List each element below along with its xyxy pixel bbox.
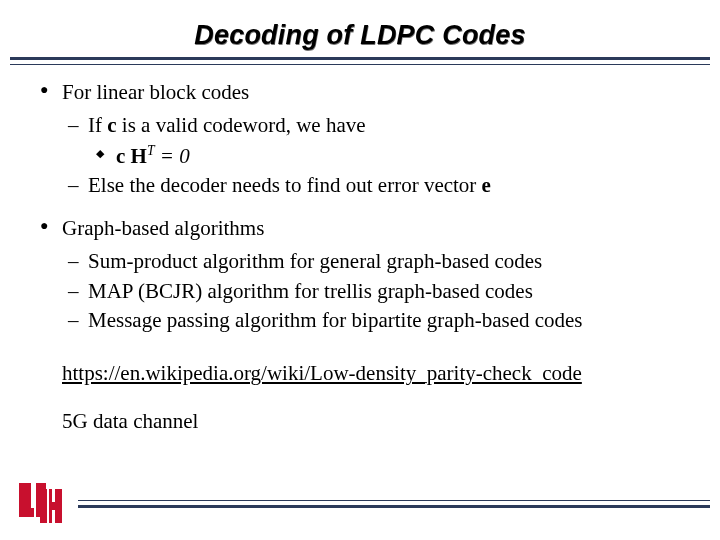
spacer [40, 201, 690, 215]
eq-c: c [116, 144, 131, 168]
eq-h: H [131, 144, 147, 168]
wikipedia-link[interactable]: https://en.wikipedia.org/wiki/Low-densit… [40, 360, 690, 387]
eq-equals: = [155, 144, 180, 168]
eq-superscript-t: T [147, 143, 155, 158]
bullet-message-passing: Message passing algorithm for bipartite … [40, 307, 690, 334]
eq-zero: 0 [179, 144, 190, 168]
symbol-c: c [107, 113, 116, 137]
bullet-map-bcjr: MAP (BCJR) algorithm for trellis graph-b… [40, 278, 690, 305]
svg-rect-6 [40, 502, 62, 510]
svg-rect-7 [34, 483, 36, 523]
bullet-linear-block-codes: For linear block codes [40, 79, 690, 106]
slide-title: Decoding of LDPC Codes [0, 0, 720, 51]
text-if: If [88, 113, 107, 137]
bullet-graph-algorithms: Graph-based algorithms [40, 215, 690, 242]
bullet-else-decoder: Else the decoder needs to find out error… [40, 172, 690, 199]
bullet-if-valid-codeword: If c is a valid codeword, we have [40, 112, 690, 139]
svg-rect-8 [47, 483, 49, 523]
bullet-equation: c HT = 0 [40, 142, 690, 170]
text-5g-data-channel: 5G data channel [40, 408, 690, 435]
symbol-e: e [482, 173, 491, 197]
title-underline [10, 57, 710, 65]
footer-underline [78, 500, 710, 508]
text-else-decoder: Else the decoder needs to find out error… [88, 173, 482, 197]
uh-logo [16, 480, 64, 526]
bullet-sum-product: Sum-product algorithm for general graph-… [40, 248, 690, 275]
text-is-valid: is a valid codeword, we have [117, 113, 366, 137]
slide-body: For linear block codes If c is a valid c… [0, 65, 720, 435]
slide: Decoding of LDPC Codes For linear block … [0, 0, 720, 540]
